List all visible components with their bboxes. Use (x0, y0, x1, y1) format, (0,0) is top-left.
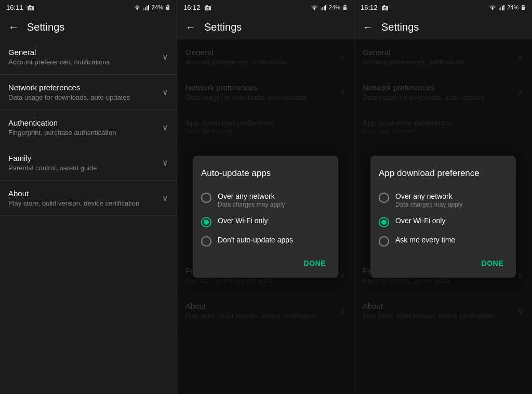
page-title: Settings (381, 21, 419, 33)
radio-button[interactable] (379, 217, 389, 227)
settings-item-text: About Play store, build version, device … (8, 189, 139, 207)
dialog: App download preferenceOver any networkD… (370, 156, 516, 278)
phone-panel-panel3: 16:12 24% (354, 0, 532, 394)
camera-icon (204, 5, 211, 10)
chevron-icon: ∨ (162, 123, 168, 132)
svg-rect-18 (325, 5, 326, 10)
radio-option-label: Ask me every time (395, 236, 455, 244)
settings-item[interactable]: Authentication Fingerprint, purchase aut… (0, 110, 177, 145)
radio-option-0[interactable]: Over any networkData charges may apply (201, 188, 330, 212)
battery-text: 24% (329, 4, 340, 10)
radio-button[interactable] (201, 193, 211, 203)
top-bar: ← Settings (0, 15, 177, 39)
radio-option-label: Over Wi-Fi only (395, 216, 445, 225)
settings-item-text: Family Parental control, parent guide (8, 154, 97, 172)
settings-item-subtitle: Play store, build version, device certif… (8, 199, 139, 207)
back-button[interactable]: ← (363, 21, 373, 33)
settings-item[interactable]: Family Parental control, parent guide ∨ (0, 145, 177, 181)
settings-item[interactable]: Network preferences Data usage for downl… (0, 75, 177, 110)
radio-option-text: Over any networkData charges may apply (218, 192, 285, 208)
svg-rect-8 (148, 5, 149, 10)
radio-option-2[interactable]: Don't auto-update apps (201, 232, 330, 251)
chevron-icon: ∨ (162, 87, 168, 97)
svg-rect-19 (343, 7, 347, 10)
svg-rect-16 (322, 7, 323, 10)
svg-rect-13 (206, 5, 208, 6)
dialog-title: App download preference (379, 168, 508, 179)
phone-panel-panel2: 16:12 24% (177, 0, 354, 394)
svg-rect-23 (383, 5, 385, 6)
svg-point-4 (137, 9, 138, 10)
radio-button[interactable] (379, 236, 389, 247)
svg-rect-15 (321, 8, 322, 10)
signal-icon (499, 4, 505, 10)
dialog-footer: DONE (201, 251, 330, 274)
top-bar: ← Settings (354, 15, 532, 39)
chevron-icon: ∨ (162, 193, 168, 203)
svg-rect-17 (324, 6, 325, 10)
page-title: Settings (204, 21, 242, 33)
settings-item[interactable]: About Play store, build version, device … (0, 181, 177, 216)
settings-item-title: About (8, 189, 139, 198)
radio-option-0[interactable]: Over any networkData charges may apply (379, 188, 508, 212)
radio-option-label: Don't auto-update apps (218, 236, 293, 244)
svg-point-14 (314, 9, 315, 10)
status-bar: 16:12 24% (354, 0, 532, 15)
status-bar: 16:12 24% (177, 0, 354, 15)
back-button[interactable]: ← (8, 21, 19, 33)
back-button[interactable]: ← (185, 21, 196, 33)
svg-rect-27 (502, 6, 503, 10)
lock-icon (521, 4, 526, 10)
chevron-icon: ∨ (162, 52, 168, 62)
status-icons: 24% (310, 4, 348, 10)
dialog-footer: DONE (379, 251, 508, 274)
radio-option-2[interactable]: Ask me every time (379, 232, 508, 251)
svg-rect-25 (499, 8, 500, 10)
svg-point-22 (384, 7, 385, 9)
radio-option-label: Over any network (218, 192, 285, 200)
radio-option-1[interactable]: Over Wi-Fi only (379, 212, 508, 232)
settings-item-subtitle: Parental control, parent guide (8, 164, 97, 172)
radio-option-1[interactable]: Over Wi-Fi only (201, 212, 330, 232)
radio-button[interactable] (201, 217, 211, 227)
camera-icon (381, 5, 389, 10)
settings-item-text: Authentication Fingerprint, purchase aut… (8, 118, 116, 137)
radio-option-text: Don't auto-update apps (218, 236, 293, 244)
battery-text: 24% (152, 4, 163, 10)
status-time: 16:12 (361, 4, 389, 11)
lock-icon (165, 4, 170, 10)
svg-rect-6 (145, 7, 146, 10)
done-button[interactable]: DONE (477, 257, 508, 269)
radio-option-label: Over Wi-Fi only (218, 216, 268, 225)
settings-item-title: Family (8, 154, 97, 162)
status-bar: 16:11 24% (0, 0, 177, 15)
svg-point-2 (30, 7, 31, 9)
radio-option-desc: Data charges may apply (395, 201, 462, 208)
settings-item-subtitle: Data usage for downloads, auto-updates (8, 93, 130, 101)
radio-button[interactable] (379, 193, 389, 203)
dialog-title: Auto-update apps (201, 168, 330, 179)
settings-item-text: General Account preferences, notificatio… (8, 48, 110, 66)
battery-text: 24% (507, 4, 518, 10)
status-time: 16:11 (6, 4, 34, 11)
page-title: Settings (27, 21, 64, 33)
svg-rect-26 (500, 7, 501, 10)
settings-item-title: Authentication (8, 118, 116, 127)
svg-rect-3 (29, 5, 31, 6)
dialog: Auto-update appsOver any networkData cha… (193, 156, 338, 278)
radio-button[interactable] (201, 236, 211, 247)
wifi-icon (310, 4, 318, 10)
wifi-icon (133, 4, 141, 10)
settings-list: General Account preferences, notificatio… (0, 39, 177, 394)
wifi-icon (488, 4, 497, 10)
status-time: 16:12 (183, 4, 211, 11)
done-button[interactable]: DONE (300, 257, 330, 269)
svg-rect-5 (143, 8, 144, 10)
svg-rect-9 (166, 7, 169, 10)
radio-option-text: Over any networkData charges may apply (395, 192, 462, 208)
radio-selected-indicator (204, 220, 209, 225)
radio-option-label: Over any network (395, 192, 462, 200)
settings-item[interactable]: General Account preferences, notificatio… (0, 39, 177, 75)
radio-option-text: Over Wi-Fi only (218, 216, 268, 225)
camera-icon (27, 5, 34, 10)
